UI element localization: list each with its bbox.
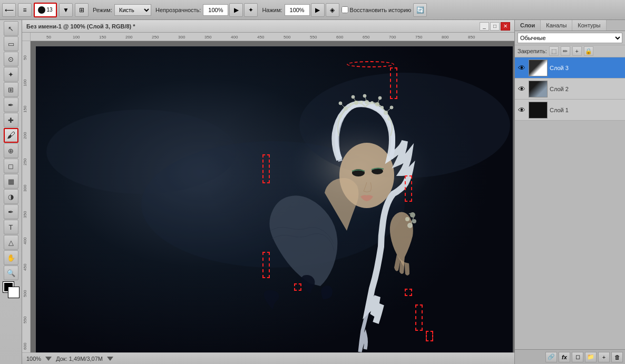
lock-all-btn[interactable]: + <box>572 46 582 56</box>
lock-full-btn[interactable]: 🔒 <box>584 46 593 56</box>
tool-move[interactable]: ↖ <box>4 21 18 36</box>
svg-text:300: 300 <box>23 184 27 192</box>
window-controls: _ □ ✕ <box>480 22 510 31</box>
blend-mode-dropdown[interactable]: Обычные <box>517 33 622 43</box>
ruler-corner <box>22 33 31 41</box>
svg-text:400: 400 <box>231 35 238 40</box>
layer-1-thumbnail <box>529 102 548 119</box>
svg-text:600: 600 <box>23 342 27 350</box>
tool-clone[interactable]: ⊕ <box>4 143 18 158</box>
tool-lasso[interactable]: ⊙ <box>4 52 18 66</box>
right-panel: Слои Каналы Контуры Обычные Закрепить: ⬚… <box>514 20 625 364</box>
tool-zoom[interactable]: 🔍 <box>4 265 18 280</box>
opacity-input[interactable] <box>203 4 228 16</box>
add-mask-btn[interactable]: ◻ <box>572 352 583 362</box>
new-group-btn[interactable]: 📁 <box>585 352 597 362</box>
status-bar: 100% Док: 1,49М/3,07М <box>22 352 514 364</box>
svg-text:250: 250 <box>23 158 27 165</box>
fg-bg-colors[interactable] <box>2 282 20 298</box>
tool-shape[interactable]: △ <box>4 235 18 250</box>
fx-btn[interactable]: fx <box>559 352 570 362</box>
canvas-with-rulers: 50 100 150 200 250 300 350 400 450 500 5… <box>22 33 514 352</box>
doc-titlebar: Без имени-1 @ 100% (Слой 3, RGB/8) * _ □… <box>22 20 514 33</box>
opacity-arrow[interactable]: ▶ <box>229 3 243 17</box>
tool-gradient[interactable]: ▦ <box>4 174 18 189</box>
svg-point-42 <box>349 103 353 106</box>
tool-text[interactable]: T <box>4 220 18 234</box>
doc-title: Без имени-1 @ 100% (Слой 3, RGB/8) * <box>26 23 135 29</box>
new-layer-btn[interactable]: + <box>598 352 610 362</box>
svg-point-51 <box>339 102 342 105</box>
brush-options-btn[interactable]: ▼ <box>59 3 73 17</box>
main-layout: ↖ ▭ ⊙ ✦ ⊞ ✒ ✚ 🖌 ⊕ ◻ ▦ ◑ ✒ T △ ✋ 🔍 Без им… <box>0 20 625 364</box>
layer-1-name: Слой 1 <box>550 107 623 113</box>
svg-point-55 <box>390 106 393 109</box>
tool-options-btn2[interactable]: ≡ <box>18 3 32 17</box>
svg-point-54 <box>378 96 382 100</box>
tool-marquee[interactable]: ▭ <box>4 36 18 51</box>
svg-text:200: 200 <box>125 35 133 40</box>
brush-toggle-btn[interactable]: ⊞ <box>75 3 89 17</box>
tool-dodge[interactable]: ◑ <box>4 189 18 204</box>
layer-item-2[interactable]: 👁 Слой 2 <box>515 78 625 100</box>
lock-pixels-btn[interactable]: ⬚ <box>549 46 559 56</box>
svg-point-53 <box>363 94 366 97</box>
tool-crop[interactable]: ⊞ <box>4 82 18 97</box>
svg-point-46 <box>370 101 374 104</box>
tab-channels[interactable]: Каналы <box>541 20 572 31</box>
layer-2-thumbnail <box>529 81 548 97</box>
lock-position-btn[interactable]: ✏ <box>561 46 570 56</box>
pressure-arrow[interactable]: ▶ <box>311 3 325 17</box>
layers-bottom-actions: 🔗 fx ◻ 📁 + 🗑 <box>515 349 625 364</box>
svg-text:350: 350 <box>204 35 212 40</box>
svg-point-48 <box>380 106 384 109</box>
history-icon-btn[interactable]: 🔄 <box>413 3 427 17</box>
zoom-level: 100% <box>26 356 41 362</box>
tool-eyedropper[interactable]: ✒ <box>4 97 18 112</box>
canvas-image-area[interactable] <box>31 41 514 352</box>
tool-pen[interactable]: ✒ <box>4 204 18 219</box>
minimize-btn[interactable]: _ <box>480 22 489 31</box>
ruler-vertical: 50 100 150 200 250 300 350 400 450 500 5… <box>22 41 31 352</box>
mode-dropdown[interactable]: Кисть <box>114 4 151 16</box>
opacity-icon[interactable]: ✦ <box>244 3 258 17</box>
svg-text:100: 100 <box>23 79 27 86</box>
delete-layer-btn[interactable]: 🗑 <box>611 352 623 362</box>
link-layers-btn[interactable]: 🔗 <box>545 352 557 362</box>
pressure-group: ▶ ◈ <box>285 3 339 17</box>
ruler-horizontal: 50 100 150 200 250 300 350 400 450 500 5… <box>31 33 514 41</box>
restore-btn[interactable]: □ <box>490 22 500 31</box>
blend-mode-row: Обычные <box>515 31 625 45</box>
layer-1-visibility[interactable]: 👁 <box>517 105 526 115</box>
svg-text:450: 450 <box>257 35 265 40</box>
lock-label: Закрепить: <box>517 48 547 54</box>
close-btn[interactable]: ✕ <box>501 22 510 31</box>
status-info-btn[interactable] <box>107 357 113 361</box>
svg-text:150: 150 <box>23 105 27 113</box>
tool-options-btn1[interactable]: ⟵ <box>2 3 16 17</box>
layer-item-3[interactable]: 👁 Слой 3 <box>515 57 625 78</box>
status-menu-btn[interactable] <box>45 357 52 361</box>
tool-brush[interactable]: 🖌 <box>4 128 18 143</box>
layer-3-visibility[interactable]: 👁 <box>517 63 526 73</box>
pressure-icon[interactable]: ◈ <box>326 3 339 17</box>
tool-healing[interactable]: ✚ <box>4 113 18 127</box>
tab-contours[interactable]: Контуры <box>572 20 606 31</box>
layers-empty-space <box>515 121 625 349</box>
tab-layers[interactable]: Слои <box>515 20 541 31</box>
layer-item-1[interactable]: 👁 Слой 1 <box>515 100 625 121</box>
tool-hand[interactable]: ✋ <box>4 250 18 265</box>
svg-point-40 <box>339 115 342 118</box>
tool-magic-wand[interactable]: ✦ <box>4 67 18 82</box>
pressure-input[interactable] <box>285 4 310 16</box>
svg-text:350: 350 <box>23 211 27 218</box>
svg-text:500: 500 <box>23 290 27 297</box>
pressure-label: Нажим: <box>262 7 282 13</box>
brush-size-box[interactable]: 13 <box>34 3 57 17</box>
layer-2-visibility[interactable]: 👁 <box>517 84 526 94</box>
background-color[interactable] <box>8 287 19 298</box>
history-checkbox[interactable] <box>341 6 348 13</box>
svg-text:50: 50 <box>23 55 27 60</box>
history-label[interactable]: Восстановить историю <box>341 6 412 13</box>
tool-eraser[interactable]: ◻ <box>4 159 18 173</box>
